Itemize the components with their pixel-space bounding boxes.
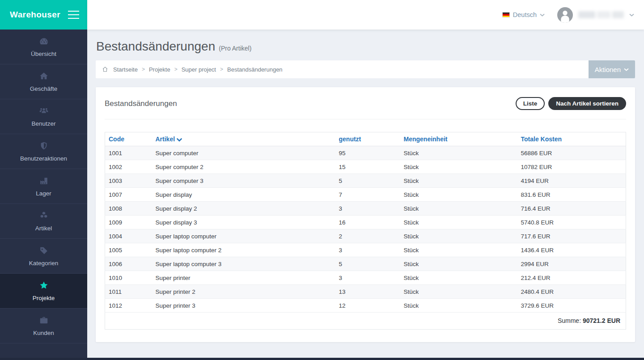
cell-totale-kosten: 716.4 EUR [517,202,626,216]
cell-totale-kosten: 1436.4 EUR [517,243,626,257]
table-header-row: Code Artikel genutzt Mengeneinheit Total… [105,132,626,146]
column-header-mengeneinheit[interactable]: Mengeneinheit [400,132,517,146]
main-column: Deutsch Bestandsänderungen (Pro Artikel)… [87,0,644,360]
table-row: 1002 Super computer 2 15 Stück 10782 EUR [105,160,626,174]
cell-mengeneinheit: Stück [400,257,517,271]
cell-totale-kosten: 3729.6 EUR [517,299,626,313]
page-subtitle: (Pro Artikel) [219,45,251,52]
logo-bar: Warehouser [0,0,87,30]
cell-artikel: Super laptop computer 3 [152,257,335,271]
cell-code: 1004 [105,229,152,243]
card-header: Bestandsänderungen Liste Nach Artikel so… [105,87,626,119]
cell-mengeneinheit: Stück [400,229,517,243]
table-row: 1006 Super laptop computer 3 5 Stück 299… [105,257,626,271]
sidebar-item-label: Benutzer [31,120,55,127]
cell-mengeneinheit: Stück [400,285,517,299]
table-row: 1012 Super printer 3 12 Stück 3729.6 EUR [105,299,626,313]
cell-artikel: Super computer 2 [152,160,335,174]
cell-artikel: Super printer 3 [152,299,335,313]
cell-totale-kosten: 5740.8 EUR [517,216,626,229]
sidebar-item-uebersicht[interactable]: Übersicht [0,30,87,64]
table-row: 1010 Super printer 3 Stück 212.4 EUR [105,271,626,285]
breadcrumb-bar: Startseite > Projekte > Super project > … [96,60,635,78]
sidebar-item-label: Kunden [33,330,54,336]
sidebar-item-benutzer[interactable]: Benutzer [0,99,87,134]
chevron-down-icon [540,13,545,17]
cell-code: 1008 [105,202,152,216]
breadcrumb-startseite[interactable]: Startseite [113,66,138,73]
cell-artikel: Super display 3 [152,216,335,229]
summary-value: 90721.2 EUR [583,317,620,324]
cell-genutzt: 95 [335,146,400,160]
cell-genutzt: 15 [335,160,400,174]
cell-genutzt: 13 [335,285,400,299]
table-row: 1009 Super display 3 16 Stück 5740.8 EUR [105,216,626,229]
breadcrumb-separator: > [174,66,178,72]
breadcrumb-super-project[interactable]: Super project [182,66,216,73]
sort-by-article-button[interactable]: Nach Artikel sortieren [548,97,626,110]
cell-mengeneinheit: Stück [400,202,517,216]
actions-button[interactable]: Aktionen [589,60,635,78]
sidebar-item-projekte[interactable]: Projekte [0,274,87,309]
cell-genutzt: 7 [335,188,400,202]
sidebar-item-kategorien[interactable]: Kategorien [0,239,87,274]
cell-mengeneinheit: Stück [400,188,517,202]
sidebar-item-benutzeraktionen[interactable]: Benutzeraktionen [0,134,87,169]
cell-totale-kosten: 10782 EUR [517,160,626,174]
list-view-button[interactable]: Liste [516,97,545,110]
breadcrumb-projekte[interactable]: Projekte [149,66,170,73]
inventory-changes-card: Bestandsänderungen Liste Nach Artikel so… [96,87,635,342]
sidebar-item-label: Geschäfte [30,85,58,92]
hamburger-menu-icon[interactable] [67,9,80,21]
cell-artikel: Super computer 3 [152,174,335,188]
column-header-genutzt[interactable]: genutzt [335,132,400,146]
cell-code: 1003 [105,174,152,188]
chevron-down-icon [629,13,634,17]
avatar [557,7,573,23]
sidebar-item-geschaefte[interactable]: Geschäfte [0,64,87,99]
column-header-code[interactable]: Code [105,132,152,146]
cell-code: 1009 [105,216,152,229]
cell-code: 1001 [105,146,152,160]
breadcrumb-separator: > [220,66,223,72]
cell-code: 1007 [105,188,152,202]
briefcase-icon [38,315,50,325]
language-selector[interactable]: Deutsch [502,11,545,18]
cell-totale-kosten: 2994 EUR [517,257,626,271]
breadcrumb-current: Bestandsänderungen [227,66,283,73]
cell-code: 1005 [105,243,152,257]
factory-icon [38,176,50,186]
table-row: 1005 Super laptop computer 2 3 Stück 143… [105,243,626,257]
tag-icon [38,246,50,255]
cell-code: 1006 [105,257,152,271]
page-head: Bestandsänderungen (Pro Artikel) [96,39,635,54]
inventory-table: Code Artikel genutzt Mengeneinheit Total… [105,132,626,330]
cell-totale-kosten: 212.4 EUR [517,271,626,285]
table-row: 1004 Super laptop computer 2 Stück 717.6… [105,229,626,243]
users-icon [38,106,50,116]
app-logo[interactable]: Warehouser [10,10,60,20]
cell-mengeneinheit: Stück [400,216,517,229]
cell-mengeneinheit: Stück [400,271,517,285]
sidebar-item-artikel[interactable]: Artikel [0,204,87,239]
cell-artikel: Super printer 2 [152,285,335,299]
actions-button-label: Aktionen [595,66,621,73]
german-flag-icon [502,12,510,17]
cell-artikel: Super display 2 [152,202,335,216]
sort-desc-icon [177,138,182,142]
home-icon [102,66,108,72]
sidebar-item-label: Lager [36,190,51,197]
cell-totale-kosten: 56886 EUR [517,146,626,160]
star-icon [38,280,50,290]
sidebar-item-label: Artikel [35,225,52,232]
sidebar-item-lager[interactable]: Lager [0,169,87,204]
column-header-totale-kosten[interactable]: Totale Kosten [517,132,626,146]
user-menu[interactable] [557,7,634,23]
table-body: 1001 Super computer 95 Stück 56886 EUR 1… [105,146,626,313]
sidebar-item-label: Projekte [33,295,55,301]
summary-label: Summe: [558,317,581,324]
sidebar-item-kunden[interactable]: Kunden [0,309,87,343]
column-header-artikel[interactable]: Artikel [152,132,335,146]
cell-mengeneinheit: Stück [400,243,517,257]
cell-genutzt: 2 [335,229,400,243]
